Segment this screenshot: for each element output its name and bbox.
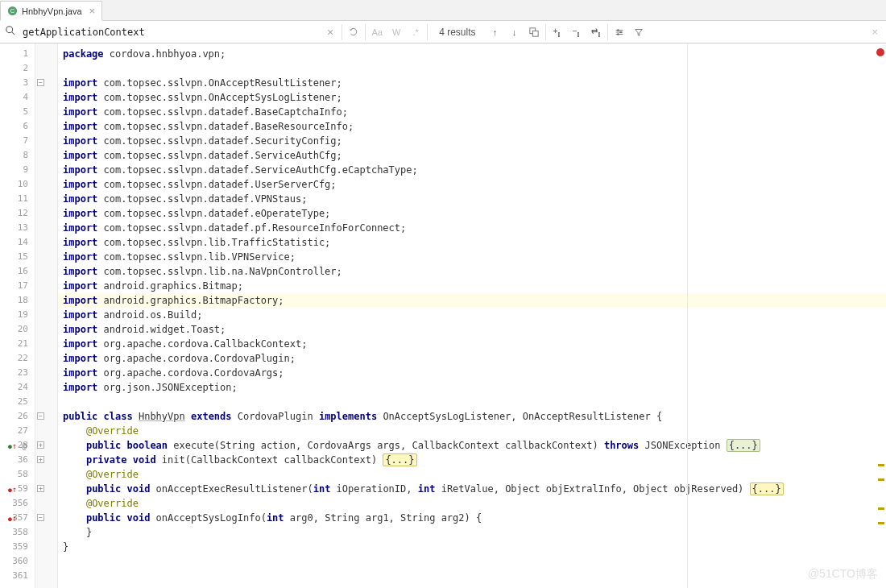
code-line[interactable]: import com.topsec.sslvpn.datadef.BaseCap… — [58, 105, 886, 119]
code-line[interactable]: } — [58, 525, 886, 540]
line-number: 22 — [0, 351, 35, 366]
code-line[interactable]: public class HnbhyVpn extends CordovaPlu… — [58, 409, 886, 424]
line-number: 16 — [0, 264, 35, 279]
line-number: 12 — [0, 206, 35, 221]
code-area[interactable]: package cordova.hnbhyoa.vpn;import com.t… — [58, 43, 886, 588]
code-line[interactable]: import com.topsec.sslvpn.OnAcceptResultL… — [58, 76, 886, 90]
code-line[interactable]: package cordova.hnbhyoa.vpn; — [58, 47, 886, 61]
add-selection-button[interactable]: +⫿ — [548, 23, 567, 42]
select-all-occurrences-button[interactable]: ⇄⫿ — [586, 23, 606, 42]
code-line[interactable]: private void init(CallbackContext callba… — [58, 453, 886, 467]
code-line[interactable]: public void onAcceptSysLogInfo(int arg0,… — [58, 511, 886, 525]
remove-selection-button[interactable]: −⫿ — [567, 23, 586, 42]
svg-point-11 — [617, 33, 619, 35]
line-number: 24 — [0, 380, 35, 395]
code-line[interactable]: import android.graphics.BitmapFactory; — [58, 293, 886, 308]
expand-fold-icon[interactable]: + — [37, 456, 44, 463]
svg-line-3 — [12, 32, 15, 35]
code-line[interactable]: import com.topsec.sslvpn.lib.TrafficStat… — [58, 235, 886, 250]
watermark: @51CTO博客 — [808, 567, 878, 582]
collapse-fold-icon[interactable]: − — [37, 79, 44, 86]
line-number: 1 — [0, 47, 35, 61]
line-number: 361 — [0, 569, 35, 583]
next-match-button[interactable]: ↓ — [505, 23, 524, 42]
line-number: 8 — [0, 148, 35, 163]
line-number: 15 — [0, 250, 35, 264]
code-line[interactable]: import android.graphics.Bitmap; — [58, 279, 886, 293]
error-stripe[interactable] — [876, 43, 886, 588]
select-all-button[interactable] — [524, 23, 544, 42]
code-line[interactable]: import org.apache.cordova.CallbackContex… — [58, 337, 886, 351]
svg-text:C: C — [10, 7, 15, 14]
svg-point-2 — [6, 27, 13, 33]
tab-filename: HnbhyVpn.java — [22, 6, 82, 16]
code-line[interactable]: import org.apache.cordova.CordovaPlugin; — [58, 351, 886, 366]
line-number: 27 — [0, 424, 35, 438]
svg-point-9 — [617, 29, 619, 31]
code-line[interactable]: @Override — [58, 496, 886, 511]
code-line[interactable]: import com.topsec.sslvpn.datadef.pf.Reso… — [58, 221, 886, 235]
code-line[interactable]: import android.widget.Toast; — [58, 322, 886, 337]
line-number: 17 — [0, 279, 35, 293]
code-line[interactable]: import com.topsec.sslvpn.datadef.Service… — [58, 148, 886, 163]
code-line[interactable]: import com.topsec.sslvpn.datadef.Securit… — [58, 134, 886, 148]
warning-marker[interactable] — [878, 522, 884, 524]
search-input[interactable] — [23, 21, 321, 43]
file-tab[interactable]: C HnbhyVpn.java × — [0, 1, 102, 21]
search-icon — [5, 25, 18, 39]
code-line[interactable]: public boolean execute(String action, Co… — [58, 438, 886, 453]
right-margin-ruler — [687, 43, 688, 588]
code-line[interactable]: import com.topsec.sslvpn.datadef.eOperat… — [58, 206, 886, 221]
words-button[interactable]: W — [387, 23, 406, 42]
expand-fold-icon[interactable]: + — [37, 441, 44, 449]
line-number: 7 — [0, 134, 35, 148]
collapse-fold-icon[interactable]: − — [37, 412, 44, 420]
code-editor[interactable]: 1234567891011121314151617181920212223242… — [0, 43, 886, 588]
filter-button[interactable] — [629, 23, 648, 42]
line-number: 360 — [0, 554, 35, 569]
code-line[interactable]: import com.topsec.sslvpn.OnAcceptSysLogL… — [58, 90, 886, 105]
clear-search-icon[interactable]: × — [321, 26, 340, 39]
code-line[interactable]: @Override — [58, 467, 886, 482]
line-number: 358 — [0, 525, 35, 540]
line-number: 20 — [0, 322, 35, 337]
code-line[interactable]: import com.topsec.sslvpn.datadef.UserSer… — [58, 177, 886, 192]
expand-fold-icon[interactable]: + — [37, 485, 44, 492]
error-indicator-icon[interactable] — [876, 48, 884, 56]
code-line[interactable] — [58, 395, 886, 409]
code-line[interactable]: import com.topsec.sslvpn.lib.na.NaVpnCon… — [58, 264, 886, 279]
code-line[interactable]: import com.topsec.sslvpn.lib.VPNService; — [58, 250, 886, 264]
match-case-button[interactable]: Aa — [367, 23, 387, 42]
tab-bar: C HnbhyVpn.java × — [0, 0, 886, 21]
code-line[interactable]: import android.os.Build; — [58, 308, 886, 322]
code-line[interactable] — [58, 569, 886, 583]
code-line[interactable] — [58, 554, 886, 569]
svg-rect-5 — [532, 31, 538, 36]
line-number: 3 — [0, 76, 35, 90]
find-bar: × Aa W .* 4 results ↑ ↓ +⫿ −⫿ ⇄⫿ × — [0, 21, 886, 43]
line-number: 9 — [0, 163, 35, 177]
prev-match-button[interactable]: ↑ — [486, 23, 505, 42]
code-line[interactable]: import org.apache.cordova.CordovaArgs; — [58, 366, 886, 380]
line-number: 19 — [0, 308, 35, 322]
code-line[interactable]: import org.json.JSONException; — [58, 380, 886, 395]
tab-close-icon[interactable]: × — [89, 5, 96, 17]
search-history-icon[interactable] — [344, 23, 363, 42]
warning-marker[interactable] — [878, 464, 884, 466]
line-number: 2 — [0, 61, 35, 76]
code-line[interactable]: import com.topsec.sslvpn.datadef.BaseRes… — [58, 119, 886, 134]
regex-button[interactable]: .* — [406, 23, 425, 42]
settings-button[interactable] — [610, 23, 629, 42]
collapse-fold-icon[interactable]: − — [37, 514, 44, 521]
line-number: 25 — [0, 395, 35, 409]
code-line[interactable]: import com.topsec.sslvpn.datadef.VPNStau… — [58, 192, 886, 206]
code-line[interactable]: } — [58, 540, 886, 554]
code-line[interactable]: public void onAcceptExecResultListener(i… — [58, 482, 886, 496]
line-number: 59●↑ — [0, 482, 35, 496]
code-line[interactable]: @Override — [58, 424, 886, 438]
code-line[interactable]: import com.topsec.sslvpn.datadef.Service… — [58, 163, 886, 177]
code-line[interactable] — [58, 61, 886, 76]
close-find-bar-icon[interactable]: × — [863, 26, 886, 38]
warning-marker[interactable] — [878, 478, 884, 481]
warning-marker[interactable] — [878, 507, 884, 510]
